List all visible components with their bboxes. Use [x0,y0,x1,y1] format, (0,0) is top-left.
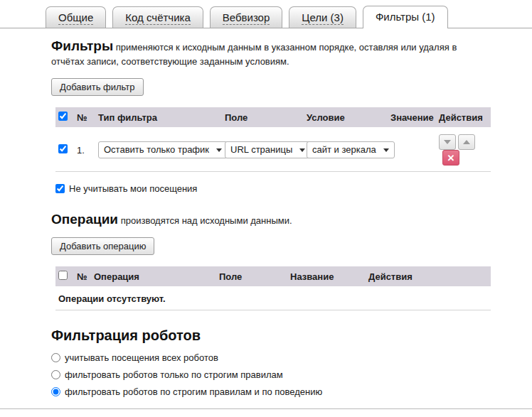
filters-section-title: Фильтры [51,38,113,53]
operations-empty-row: Операции отсутствуют. [55,287,491,310]
robot-option-strict-behavior-label: фильтровать роботов по строгим правилам … [65,386,322,397]
operations-col-actions: Действия [366,266,491,287]
robot-option-all-radio[interactable] [51,353,60,362]
filters-table-header-row: № Тип фильтра Поле Условие Значение Дейс… [55,107,491,128]
add-operation-button[interactable]: Добавить операцию [51,237,154,255]
operations-empty-message: Операции отсутствуют. [55,287,491,310]
delete-filter-button[interactable]: ✕ [442,150,459,166]
filters-col-type: Тип фильтра [95,107,222,128]
operations-table-header-row: № Операция Поле Название Действия [55,266,491,287]
arrow-down-icon [444,140,451,144]
tab-filters[interactable]: Фильтры (1) [363,6,448,28]
filters-col-number: № [74,107,95,128]
filter-row-checkbox[interactable] [58,144,68,153]
tab-filters-label: Фильтры (1) [376,11,435,23]
filters-col-field: Поле [222,107,304,128]
filter-type-select[interactable]: Оставить только трафик [98,141,228,158]
chevron-down-icon [299,148,305,152]
tab-webvisor-label: Вебвизор [223,11,270,25]
chevron-down-icon [383,148,389,152]
tab-general[interactable]: Общие [46,6,106,28]
filters-col-condition: Условие [304,107,388,128]
robot-option-all[interactable]: учитывать посещения всех роботов [47,352,492,363]
operations-col-number: № [74,266,91,287]
add-filter-button[interactable]: Добавить фильтр [51,78,144,96]
filters-col-value: Значение [388,107,436,128]
filter-row: 1. Оставить только трафик URL страницы [55,128,491,172]
filters-select-all-checkbox[interactable] [58,112,68,121]
own-visits-checkbox-row[interactable]: Не учитывать мои посещения [55,183,492,194]
tab-general-label: Общие [58,11,93,25]
robot-option-strict-behavior[interactable]: фильтровать роботов по строгим правилам … [47,386,492,397]
filter-field-value: URL страницы [230,144,292,155]
delete-icon: ✕ [447,153,455,163]
filter-type-value: Оставить только трафик [104,144,209,155]
own-visits-checkbox[interactable] [55,184,65,193]
move-filter-down-button[interactable] [439,134,456,150]
operations-col-name: Название [287,266,366,287]
robot-filtering-title: Фильтрация роботов [51,327,492,344]
operations-section: Операции производятся над исходными данн… [51,212,492,310]
tab-bar: Общие Код счётчика Вебвизор Цели (3) Фил… [0,0,532,28]
robot-option-strict[interactable]: фильтровать роботов только по строгим пр… [47,369,492,380]
filters-col-actions: Действия [436,107,491,128]
robot-option-all-label: учитывать посещения всех роботов [65,352,218,363]
filter-field-select[interactable]: URL страницы [225,141,311,158]
tab-counter-code[interactable]: Код счётчика [112,6,203,28]
chevron-down-icon [216,148,222,152]
filter-condition-select[interactable]: сайт и зеркала [307,141,395,158]
footer: Сохранить Отмена [0,409,532,417]
tab-goals-label: Цели (3) [302,11,344,25]
tab-goals[interactable]: Цели (3) [289,6,356,28]
filters-tab-content: Фильтры применяются к исходным данным в … [0,28,532,397]
robot-option-strict-behavior-radio[interactable] [51,387,60,396]
move-filter-up-button[interactable] [458,134,475,150]
robot-option-strict-label: фильтровать роботов только по строгим пр… [65,369,283,380]
filters-table: № Тип фильтра Поле Условие Значение Дейс… [55,107,491,172]
filter-condition-value: сайт и зеркала [312,144,376,155]
robot-option-strict-radio[interactable] [51,370,60,379]
operations-col-field: Поле [216,266,287,287]
operations-select-all-checkbox[interactable] [58,271,68,280]
filter-row-value [388,128,436,172]
own-visits-label: Не учитывать мои посещения [69,183,197,194]
filters-intro: Фильтры применяются к исходным данным в … [51,39,491,69]
operations-table: № Операция Поле Название Действия Операц… [55,266,491,310]
arrow-up-icon [463,140,470,144]
filter-row-number: 1. [74,128,95,172]
tab-webvisor[interactable]: Вебвизор [210,6,283,28]
operations-section-title: Операции [51,212,118,227]
tab-counter-code-label: Код счётчика [125,11,190,25]
operations-section-description: производятся над исходными данными. [121,215,292,226]
operations-intro: Операции производятся над исходными данн… [51,212,491,228]
operations-col-operation: Операция [91,266,216,287]
